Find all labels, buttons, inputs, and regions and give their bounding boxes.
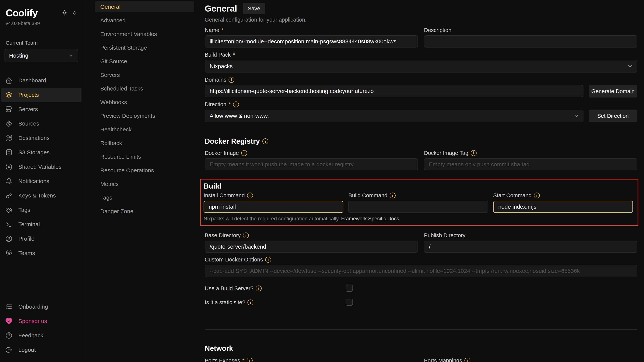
subnav-item-environment-variables[interactable]: Environment Variables [95, 29, 194, 40]
framework-docs-link[interactable]: Framework Specific Docs [341, 216, 399, 221]
section-divider [205, 329, 637, 330]
info-icon [247, 358, 252, 362]
user-circle-icon [5, 235, 13, 242]
subnav-item-resource-limits[interactable]: Resource Limits [95, 151, 194, 162]
sidebar-item-label: Sponsor us [18, 318, 47, 324]
name-input[interactable] [205, 36, 418, 48]
use-build-server-row: Use a Build Server? [205, 284, 637, 292]
subnav-item-rollback[interactable]: Rollback [95, 138, 194, 149]
build-command-input[interactable] [348, 201, 488, 213]
docker-image-label: Docker Image [205, 149, 418, 157]
sidebar: Coolify v4.0.0-beta.399 Current Team Hos… [0, 0, 83, 362]
description-label: Description [424, 26, 637, 34]
sidebar-item-sponsor-us[interactable]: Sponsor us [1, 314, 82, 328]
subnav-item-metrics[interactable]: Metrics [95, 179, 194, 190]
generate-domain-button[interactable]: Generate Domain [589, 85, 637, 98]
sidebar-item-servers[interactable]: Servers [1, 102, 82, 116]
sidebar-item-feedback[interactable]: Feedback [1, 328, 82, 343]
subnav-item-git-source[interactable]: Git Source [95, 56, 194, 67]
subnav-item-tags[interactable]: Tags [95, 192, 194, 203]
terminal-icon [5, 221, 13, 228]
home-icon [5, 77, 13, 84]
ports-exposes-label: Ports Exposes* [205, 357, 418, 362]
docker-image-tag-input[interactable] [424, 158, 637, 170]
sidebar-item-label: Logout [18, 347, 36, 353]
page-subtitle: General configuration for your applicati… [205, 17, 637, 23]
page-title: General [205, 4, 237, 14]
sidebar-item-label: Feedback [18, 332, 43, 339]
save-button[interactable]: Save [243, 3, 265, 14]
base-directory-input[interactable] [205, 241, 418, 253]
required-marker: * [228, 101, 230, 108]
sidebar-item-s3-storages[interactable]: S3 Storages [1, 145, 82, 160]
theme-sun-icon[interactable] [61, 9, 68, 17]
sidebar-item-label: Onboarding [18, 303, 48, 310]
subnav-item-persistent-storage[interactable]: Persistent Storage [95, 42, 194, 53]
base-directory-label: Base Directory [205, 232, 418, 239]
database-icon [5, 149, 13, 156]
sidebar-item-teams[interactable]: Teams [1, 246, 82, 260]
info-icon [471, 150, 476, 156]
sidebar-item-label: Profile [18, 235, 34, 242]
install-command-label: Install Command [204, 192, 344, 199]
subnav-item-advanced[interactable]: Advanced [95, 15, 194, 26]
sidebar-item-logout[interactable]: Logout [1, 343, 82, 357]
sidebar-item-terminal[interactable]: Terminal [1, 217, 82, 232]
team-select[interactable]: Hosting [4, 49, 78, 62]
custom-docker-options-input[interactable] [205, 265, 637, 277]
subnav-item-scheduled-tasks[interactable]: Scheduled Tasks [95, 83, 194, 94]
sidebar-item-label: Terminal [18, 221, 40, 228]
install-command-input[interactable] [204, 201, 344, 213]
subnav-item-webhooks[interactable]: Webhooks [95, 97, 194, 108]
checklist-icon [5, 303, 13, 310]
domains-input[interactable] [205, 85, 584, 97]
static-site-row: Is it a static site? [205, 298, 637, 306]
server-icon [5, 106, 13, 113]
description-input[interactable] [424, 36, 637, 48]
sidebar-item-notifications[interactable]: Notifications [1, 174, 82, 188]
subnav-item-preview-deployments[interactable]: Preview Deployments [95, 110, 194, 121]
name-label: Name* [205, 26, 418, 34]
build-command-label: Build Command [348, 192, 488, 199]
start-command-input[interactable] [493, 201, 633, 213]
app-version: v4.0.0-beta.399 [0, 21, 83, 26]
team-select-value: Hosting [9, 53, 28, 59]
required-marker: * [233, 52, 235, 58]
docker-image-tag-label: Docker Image Tag [424, 149, 637, 157]
subnav-item-danger-zone[interactable]: Danger Zone [95, 206, 194, 217]
subnav-item-servers[interactable]: Servers [95, 70, 194, 81]
sidebar-item-projects[interactable]: Projects [1, 88, 82, 102]
use-build-server-checkbox[interactable] [346, 284, 353, 292]
subnav-item-general[interactable]: General [95, 1, 194, 12]
static-site-checkbox[interactable] [346, 298, 353, 306]
info-icon [534, 193, 540, 198]
docker-image-input[interactable] [205, 158, 418, 170]
subnav-item-resource-operations[interactable]: Resource Operations [95, 165, 194, 176]
subnav-item-healthcheck[interactable]: Healthcheck [95, 124, 194, 135]
sidebar-item-dashboard[interactable]: Dashboard [1, 73, 82, 88]
info-icon [262, 138, 268, 144]
sidebar-item-label: Projects [18, 92, 39, 98]
git-source-icon [5, 120, 13, 127]
build-pack-select[interactable]: Nixpacks [205, 60, 637, 73]
publish-directory-input[interactable] [424, 241, 637, 253]
nixpacks-helper-text: Nixpacks will detect the required config… [204, 216, 633, 222]
sidebar-item-keys-tokens[interactable]: Keys & Tokens [1, 188, 82, 203]
general-settings-page: General Save General configuration for y… [205, 0, 637, 362]
sidebar-item-profile[interactable]: Profile [1, 232, 82, 246]
sidebar-item-label: Teams [18, 250, 35, 256]
required-marker: * [222, 27, 224, 33]
direction-select[interactable]: Allow www & non-www. [205, 110, 584, 122]
set-direction-button[interactable]: Set Direction [589, 110, 637, 122]
users-icon [5, 249, 13, 257]
sidebar-item-sources[interactable]: Sources [1, 116, 82, 131]
build-section-highlight: Build Install Command Build Command Star… [200, 179, 638, 226]
sidebar-item-onboarding[interactable]: Onboarding [1, 299, 82, 314]
sidebar-item-tags[interactable]: Tags [1, 203, 82, 217]
map-icon [5, 134, 13, 142]
sidebar-item-destinations[interactable]: Destinations [1, 131, 82, 145]
theme-selector-icon[interactable] [72, 10, 77, 16]
info-icon [243, 232, 249, 238]
sidebar-item-shared-variables[interactable]: Shared Variables [1, 160, 82, 174]
help-circle-icon [5, 332, 13, 339]
